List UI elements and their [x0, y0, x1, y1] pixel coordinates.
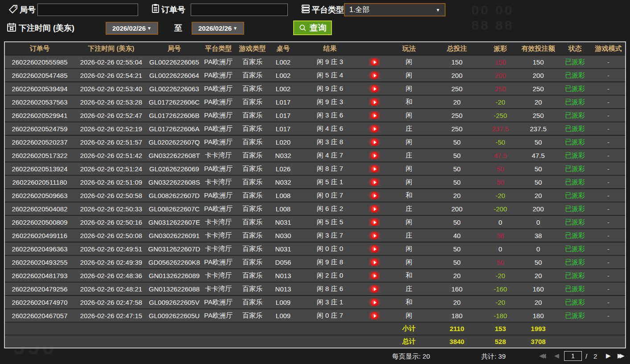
- play-icon[interactable]: [371, 285, 378, 293]
- cell-replay: [362, 258, 387, 267]
- play-icon[interactable]: [371, 312, 378, 320]
- first-page-icon[interactable]: ◀◀: [539, 352, 544, 359]
- cell-total-bet: 180: [431, 312, 483, 320]
- cell-table-no: L002: [269, 72, 298, 79]
- date-from-picker[interactable]: 2026/02/26 ▼: [106, 22, 158, 35]
- cell-bet-time: 2026-02-26 02:48:21: [74, 285, 148, 293]
- table-row: 260226020509663 2026-02-26 02:50:58 GL00…: [5, 188, 625, 202]
- cell-platform: 卡卡湾厅: [200, 245, 236, 253]
- cell-replay: [362, 71, 387, 80]
- play-icon[interactable]: [371, 299, 378, 306]
- cell-valid-bet: 47.5: [518, 152, 558, 159]
- play-icon[interactable]: [371, 272, 378, 279]
- table-row: 260226020520237 2026-02-26 02:51:57 GL02…: [5, 135, 625, 148]
- cell-order-no: 260226020509663: [5, 192, 74, 199]
- play-icon[interactable]: [371, 98, 378, 106]
- play-icon[interactable]: [371, 138, 378, 146]
- col-header-valid-bet: 有效投注额: [518, 44, 558, 53]
- platform-type-select[interactable]: 1.全部 ▼: [344, 3, 446, 16]
- cell-replay: [362, 98, 387, 106]
- play-icon[interactable]: [371, 218, 378, 226]
- play-icon[interactable]: [371, 192, 378, 199]
- cell-game-no: GL0202622607Q: [148, 138, 200, 146]
- cell-platform: PA欧洲厅: [200, 205, 236, 213]
- date-to-picker[interactable]: 2026/02/26 ▼: [192, 22, 244, 35]
- cell-status: 已派彩: [558, 258, 592, 267]
- table-row: 260226020499116 2026-02-26 02:50:08 GN03…: [5, 228, 625, 242]
- cell-status: 已派彩: [558, 218, 592, 226]
- cell-status: 已派彩: [558, 311, 592, 320]
- prev-page-icon[interactable]: ◀: [554, 352, 559, 359]
- play-icon[interactable]: [371, 125, 378, 133]
- order-no-input[interactable]: [191, 4, 288, 16]
- cell-total-bet: 160: [431, 285, 483, 293]
- cell-game-mode: -: [592, 125, 625, 133]
- cell-bet-time: 2026-02-26 02:51:42: [74, 152, 148, 159]
- play-icon[interactable]: [371, 205, 378, 213]
- cell-payout: -20: [483, 98, 518, 106]
- cell-total-bet: 50: [431, 259, 483, 266]
- cell-bet-time: 2026-02-26 02:51:57: [74, 138, 148, 146]
- cell-result: 闲 3 庄 8: [298, 138, 362, 146]
- cell-payout: -250: [483, 112, 518, 119]
- page-number-input[interactable]: [564, 351, 582, 361]
- cell-game-mode: -: [592, 218, 625, 226]
- play-icon[interactable]: [371, 72, 378, 79]
- cell-play: 闲: [387, 258, 431, 267]
- play-icon[interactable]: [371, 152, 378, 159]
- last-page-icon[interactable]: ▶▶: [618, 352, 622, 359]
- cell-game-no: GL00226226063: [148, 85, 200, 93]
- col-header-total-bet: 总投注: [431, 44, 483, 53]
- cell-table-no: L017: [269, 125, 298, 133]
- date-from-value: 2026/02/26: [112, 24, 146, 32]
- cell-game-no: GL0082622607D: [148, 192, 200, 199]
- cell-game-type: 百家乐: [236, 98, 269, 106]
- cell-valid-bet: 250: [518, 112, 558, 119]
- cell-game-type: 百家乐: [236, 191, 269, 200]
- total-payout: 528: [483, 338, 518, 345]
- col-header-play: 玩法: [387, 44, 431, 53]
- play-icon[interactable]: [371, 178, 378, 186]
- cell-order-no: 260226020493255: [5, 259, 74, 266]
- cell-order-no: 260226020511180: [5, 178, 74, 186]
- cell-order-no: 260226020537563: [5, 98, 74, 106]
- cell-platform: PA欧洲厅: [200, 111, 236, 120]
- cell-play: 和: [387, 271, 431, 280]
- play-icon[interactable]: [371, 165, 378, 173]
- cell-valid-bet: 50: [518, 178, 558, 186]
- cell-total-bet: 50: [431, 245, 483, 253]
- cell-payout: -20: [483, 299, 518, 306]
- cell-result: 闲 4 庄 6: [298, 125, 362, 133]
- play-icon[interactable]: [371, 112, 378, 119]
- play-icon[interactable]: [371, 259, 378, 266]
- cell-bet-time: 2026-02-26 02:47:15: [74, 312, 148, 320]
- play-icon[interactable]: [371, 58, 378, 66]
- cell-result: 闲 5 庄 5: [298, 218, 362, 226]
- cell-platform: PA欧洲厅: [200, 71, 236, 80]
- cell-result: 闲 2 庄 0: [298, 271, 362, 280]
- cell-order-no: 260226020504082: [5, 205, 74, 213]
- table-body: 260226020555985 2026-02-26 02:55:04 GL00…: [5, 55, 625, 322]
- play-icon[interactable]: [371, 245, 378, 253]
- cell-table-no: L008: [269, 192, 298, 199]
- next-page-icon[interactable]: ▶: [606, 352, 611, 359]
- play-icon[interactable]: [371, 232, 378, 239]
- cell-play: 庄: [387, 125, 431, 133]
- game-no-input[interactable]: [37, 4, 138, 16]
- play-icon[interactable]: [371, 85, 378, 93]
- subtotal-bet: 2110: [431, 325, 483, 332]
- cell-result: 闲 9 庄 8: [298, 258, 362, 267]
- cell-table-no: L017: [269, 112, 298, 119]
- cell-game-no: GN0312622607E: [148, 218, 200, 226]
- cell-payout: 47.5: [483, 152, 518, 159]
- cell-table-no: L020: [269, 138, 298, 146]
- bet-time-label: 下注时间 (美东): [19, 23, 74, 33]
- cell-total-bet: 250: [431, 125, 483, 133]
- cell-table-no: N032: [269, 152, 298, 159]
- chevron-down-icon: ▼: [147, 26, 151, 31]
- query-button[interactable]: 查询: [293, 20, 332, 35]
- cell-bet-time: 2026-02-26 02:52:19: [74, 125, 148, 133]
- cell-total-bet: 40: [431, 232, 483, 239]
- cell-platform: PA欧洲厅: [200, 98, 236, 106]
- chevron-down-icon: ▼: [436, 8, 440, 12]
